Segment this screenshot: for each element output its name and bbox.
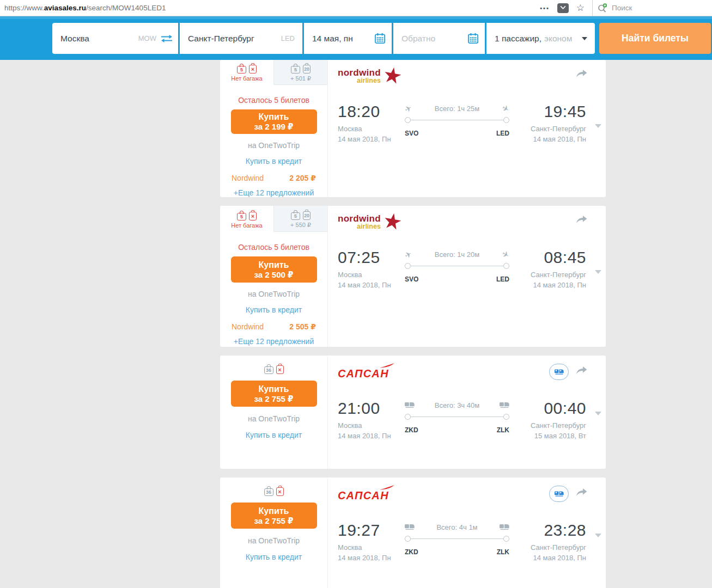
destination-field[interactable]: Санкт-Петербург LED <box>180 23 302 54</box>
arrive-date: 14 мая 2018, Пн <box>514 135 586 143</box>
share-icon[interactable] <box>576 366 587 375</box>
train-icon <box>500 402 509 408</box>
baggage-tab-paid[interactable]: 5 20 + 550 ₽ <box>273 206 327 232</box>
more-offers-link[interactable]: +Еще 12 предложений <box>234 337 314 346</box>
baggage-tab-no-baggage[interactable]: 5 Нет багажа <box>220 60 273 85</box>
baggage-tab-label: Нет багажа <box>231 223 262 229</box>
landing-icon: ✈ <box>501 249 510 259</box>
other-offer-row[interactable]: Nordwind 2 505 ₽ <box>220 322 327 331</box>
destination-city: Санкт-Петербург <box>188 34 281 44</box>
carry-on-icon: 36 <box>264 488 273 496</box>
landing-icon: ✈ <box>501 103 510 113</box>
baggage-tab-no-baggage[interactable]: 5 Нет багажа <box>220 206 273 232</box>
no-baggage-icon <box>276 487 284 496</box>
total-duration: Всего: 1ч 20м <box>435 250 479 259</box>
origin-field[interactable]: Москва MOW <box>52 23 178 54</box>
ticket-price-column: 36 Купить за 2 755 ₽ на OneTwoTrip Купит… <box>220 477 328 588</box>
page-actions-icon[interactable]: ••• <box>540 5 550 11</box>
destination-code: LED <box>281 34 295 42</box>
ticket-card: 5 Нет багажа 5 20 + 550 ₽ Осталось 5 бил… <box>220 206 606 347</box>
ticket-price-column: 36 Купить за 2 755 ₽ на OneTwoTrip Купит… <box>220 356 328 469</box>
baggage-tab-label: Нет багажа <box>231 76 262 82</box>
depart-date-value: 14 мая, пн <box>312 34 353 44</box>
arrive-city: Санкт-Петербург <box>514 543 586 552</box>
ticket-details-column: САПСАН 19:27 Москва 14 мая 2018, Пн Всег… <box>328 477 606 588</box>
total-duration: Всего: 4ч 1м <box>436 523 477 531</box>
route-row: 19:27 Москва 14 мая 2018, Пн Всего: 4ч 1… <box>338 521 586 562</box>
share-icon[interactable] <box>576 216 587 224</box>
arrive-time: 23:28 <box>514 521 586 540</box>
nordwind-star-icon <box>381 211 404 233</box>
ticket-details-column: nordwindairlines 07:25 Москва 14 мая 201… <box>328 206 606 347</box>
route-timeline: ✈ Всего: 1ч 25м ✈ SVOLED <box>400 103 514 143</box>
origin-city: Москва <box>60 34 138 44</box>
expand-details-caret[interactable] <box>595 534 601 537</box>
ticket-details-column: nordwindairlines 18:20 Москва 14 мая 201… <box>328 60 606 197</box>
train-transport-badge[interactable] <box>549 486 569 502</box>
share-icon[interactable] <box>576 70 587 78</box>
return-date-field[interactable]: Обратно <box>393 23 485 54</box>
ticket-card: 36 Купить за 2 755 ₽ на OneTwoTrip Купит… <box>220 356 606 469</box>
buy-on-credit-link[interactable]: Купить в кредит <box>246 431 302 439</box>
more-offers-link[interactable]: +Еще 12 предложений <box>234 188 314 197</box>
expand-details-caret[interactable] <box>595 412 601 415</box>
search-header: Москва MOW Санкт-Петербург LED 14 мая, п… <box>0 16 712 60</box>
arrive-city: Санкт-Петербург <box>514 271 586 279</box>
buy-button[interactable]: Купить за 2 755 ₽ <box>231 503 317 529</box>
tickets-left-note: Осталось 5 билетов <box>238 243 309 252</box>
no-baggage-icon <box>249 65 257 74</box>
results-list: 5 Нет багажа 5 20 + 501 ₽ Осталось 5 бил… <box>220 60 606 588</box>
carry-on-icon: 5 <box>291 212 300 220</box>
sapsan-wing-icon <box>380 485 394 490</box>
expand-details-caret[interactable] <box>595 270 601 274</box>
buy-button[interactable]: Купить за 2 199 ₽ <box>231 109 317 134</box>
buy-on-credit-link[interactable]: Купить в кредит <box>246 157 302 166</box>
depart-time: 07:25 <box>338 248 400 267</box>
train-transport-badge[interactable] <box>549 364 569 380</box>
browser-search-field[interactable]: Поиск <box>592 0 712 16</box>
depart-city: Москва <box>338 543 400 552</box>
depart-date-field[interactable]: 14 мая, пн <box>304 23 392 54</box>
nordwind-star-icon <box>381 65 404 87</box>
depart-airport-code: SVO <box>405 130 418 137</box>
arrive-city: Санкт-Петербург <box>514 421 586 430</box>
pocket-icon[interactable] <box>557 3 569 13</box>
buy-button[interactable]: Купить за 2 755 ₽ <box>231 381 317 407</box>
depart-city: Москва <box>338 125 400 133</box>
buy-on-credit-link[interactable]: Купить в кредит <box>246 553 302 561</box>
buy-button[interactable]: Купить за 2 500 ₽ <box>231 256 317 283</box>
carrier-logo-nordwind: nordwindairlines <box>338 66 402 85</box>
arrive-date: 14 мая 2018, Пн <box>514 554 586 562</box>
arrive-city: Санкт-Петербург <box>514 125 586 133</box>
baggage-icon: 20 <box>303 211 311 220</box>
depart-airport-code: SVO <box>405 275 418 283</box>
carry-on-icon: 5 <box>291 66 300 74</box>
ticket-details-column: САПСАН 21:00 Москва 14 мая 2018, Пн Всег… <box>328 356 606 469</box>
depart-time: 19:27 <box>338 521 400 540</box>
bookmark-star-icon[interactable]: ☆ <box>576 3 585 13</box>
expand-details-caret[interactable] <box>595 124 601 128</box>
arrive-airport-code: LED <box>496 130 509 137</box>
route-timeline: Всего: 4ч 1м ZKDZLK <box>400 522 514 562</box>
depart-time: 18:20 <box>338 102 400 121</box>
depart-time: 21:00 <box>338 399 400 418</box>
address-bar[interactable]: https://www.aviasales.ru/search/MOW1405L… <box>4 4 540 12</box>
baggage-tab-paid[interactable]: 5 20 + 501 ₽ <box>273 60 327 85</box>
train-icon <box>405 524 415 530</box>
buy-on-credit-link[interactable]: Купить в кредит <box>246 305 302 314</box>
route-timeline: ✈ Всего: 1ч 20м ✈ SVOLED <box>400 249 514 289</box>
depart-city: Москва <box>338 421 400 430</box>
agency-label: на OneTwoTrip <box>248 290 300 298</box>
other-offer-row[interactable]: Nordwind 2 205 ₽ <box>220 174 327 182</box>
find-tickets-button[interactable]: Найти билеты <box>599 23 711 54</box>
search-placeholder: Поиск <box>612 4 632 12</box>
passengers-field[interactable]: 1 пассажир, эконом <box>486 23 595 54</box>
ticket-price-column: 5 Нет багажа 5 20 + 501 ₽ Осталось 5 бил… <box>220 60 328 197</box>
depart-date: 14 мая 2018, Пн <box>338 281 400 289</box>
swap-directions-icon[interactable] <box>161 34 173 43</box>
carry-on-icon: 5 <box>237 213 246 220</box>
agency-label: на OneTwoTrip <box>248 536 300 545</box>
arrive-airport-code: LED <box>496 275 509 283</box>
share-icon[interactable] <box>576 488 587 497</box>
train-icon <box>500 524 509 530</box>
